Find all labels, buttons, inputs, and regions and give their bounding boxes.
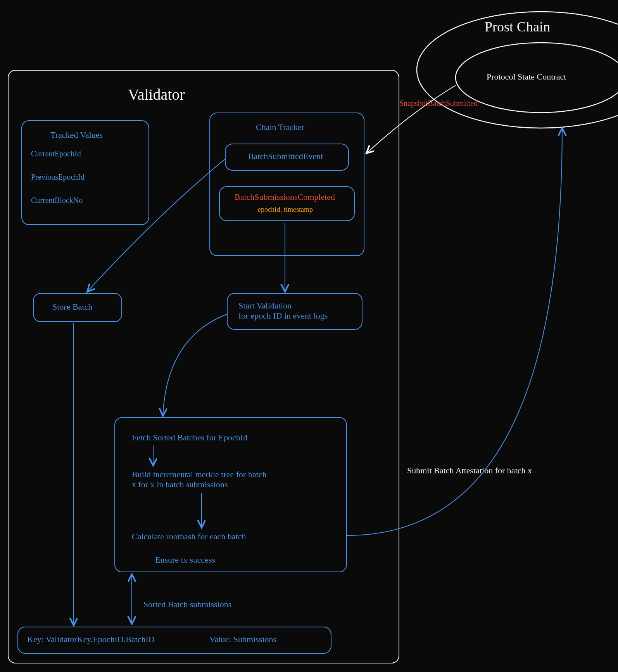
batch-submissions-completed-title: BatchSubmissionsCompleted [235, 192, 335, 202]
process-calculate: Calculate roothash for each batch [132, 532, 246, 542]
protocol-state-contract: Protocol State Contract [487, 72, 566, 82]
process-build: Build incremental merkle tree for batch … [132, 469, 267, 490]
snapshot-edge-label: SnapshotBatchSubmitted [399, 99, 478, 108]
batch-submissions-completed-subtitle: epochId, timestamp [258, 206, 313, 214]
prost-chain-title: Prost Chain [485, 19, 550, 35]
submit-edge-label: Submit Batch Attestation for batch x [407, 466, 547, 476]
validator-title: Validator [128, 85, 185, 104]
chain-tracker-title: Chain Tracker [256, 122, 304, 132]
process-ensure: Ensure tx success [155, 555, 215, 565]
chain-tracker-box [209, 113, 364, 256]
tracked-value-1: PreviousEpochId [31, 173, 85, 182]
kv-value: Value: Submissions [209, 634, 276, 644]
process-fetch: Fetch Sorted Batches for EpochId [132, 433, 247, 443]
kv-key: Key: ValidatorKey.EpochID.BatchID [27, 634, 155, 644]
sorted-batch-label: Sorted Batch submissions [143, 599, 231, 610]
tracked-value-0: CurrentEpochId [31, 149, 81, 158]
tracked-value-2: CurrentBlockNo [31, 196, 83, 205]
batch-submissions-completed-box [219, 186, 355, 221]
store-batch-label: Store Batch [52, 302, 92, 312]
batch-submitted-event-label: BatchSubmittedEvent [248, 151, 323, 161]
tracked-values-title: Tracked Values [50, 130, 103, 140]
start-validation-label: Start Validation for epoch ID in event l… [238, 301, 328, 321]
